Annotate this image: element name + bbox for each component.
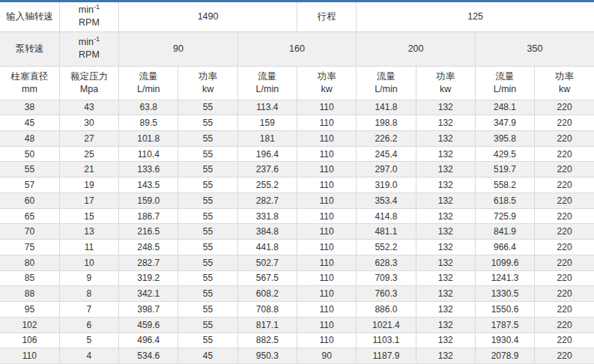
table-cell: 80 [0,255,59,270]
col-header-flow-200: 流量 L/min [357,66,416,100]
table-cell: 558.2 [475,178,534,193]
table-cell: 608.2 [237,286,297,302]
table-cell: 441.8 [237,240,297,255]
table-row: 1104534.645950.3901187.91322078.9220 [0,348,594,364]
table-row: 888342.155608.2110760.31321330.5220 [0,286,594,302]
table-cell: 1187.9 [357,348,416,364]
table-cell: 534.6 [119,348,178,364]
table-cell: 966.4 [475,240,534,255]
table-cell: 708.8 [237,302,297,318]
table-row: 453089.555159110198.8132347.9220 [0,115,594,131]
col-label: 流量 [358,70,413,83]
pump-spec-table: 输入轴转速 min-1 RPM 1490 行程 125 泵转速 min-1 RP… [0,0,594,364]
table-cell: 245.4 [357,146,416,162]
table-cell: 38 [0,100,59,115]
table-cell: 220 [535,348,594,364]
table-body: 384363.855113.4110141.8132248.1220453089… [0,100,594,364]
table-cell: 519.7 [475,162,534,178]
table-cell: 220 [535,270,594,286]
table-cell: 331.8 [237,208,297,224]
table-cell: 132 [416,162,475,178]
table-cell: 384.8 [237,224,297,240]
table-cell: 1330.5 [475,286,534,302]
col-label: 流量 [240,70,295,83]
col-unit: kw [299,83,354,96]
table-cell: 55 [178,286,237,302]
table-cell: 17 [59,192,118,208]
table-cell: 429.5 [475,146,534,162]
table-cell: 4 [59,348,118,364]
table-cell: 237.6 [237,162,297,178]
table-row: 957398.755708.8110886.01321550.6220 [0,302,594,318]
table-cell: 55 [0,162,59,178]
table-cell: 55 [178,240,237,255]
table-cell: 181 [237,130,297,146]
unit-rpm: RPM [61,16,117,29]
table-cell: 132 [416,178,475,193]
table-cell: 11 [59,240,118,255]
table-cell: 226.2 [357,130,416,146]
pump-speed-160: 160 [237,31,357,66]
table-cell: 159 [237,115,297,131]
table-row: 4827101.855181110226.2132395.8220 [0,130,594,146]
table-cell: 7 [59,302,118,318]
table-cell: 13 [59,224,118,240]
table-cell: 55 [178,302,237,318]
table-row: 7511248.555441.8110552.2132966.4220 [0,240,594,255]
table-cell: 57 [0,178,59,193]
col-unit: kw [180,83,235,96]
table-cell: 132 [416,240,475,255]
table-cell: 496.4 [119,333,178,348]
table-cell: 55 [178,333,237,348]
table-cell: 55 [178,178,237,193]
table-cell: 141.8 [357,100,416,115]
table-cell: 132 [416,286,475,302]
table-cell: 132 [416,208,475,224]
table-cell: 60 [0,192,59,208]
table-cell: 552.2 [357,240,416,255]
col-unit: Mpa [61,83,117,96]
table-cell: 196.4 [237,146,297,162]
table-row: 859319.255567.5110709.31321241.3220 [0,270,594,286]
table-cell: 88 [0,286,59,302]
col-header-power-90: 功率 kw [178,66,237,100]
unit-base: min [79,37,94,47]
table-cell: 817.1 [237,317,297,333]
table-cell: 110 [0,348,59,364]
table-cell: 21 [59,162,118,178]
col-unit: kw [536,83,593,96]
table-row: 384363.855113.4110141.8132248.1220 [0,100,594,115]
table-cell: 43 [59,100,118,115]
table-cell: 85 [0,270,59,286]
table-cell: 55 [178,162,237,178]
table-cell: 55 [178,192,237,208]
table-cell: 725.9 [475,208,534,224]
table-cell: 101.8 [119,130,178,146]
table-cell: 709.3 [357,270,416,286]
table-cell: 110.4 [119,146,178,162]
col-label: 功率 [180,70,235,83]
table-cell: 342.1 [119,286,178,302]
table-cell: 220 [535,115,594,131]
table-cell: 110 [297,317,356,333]
table-cell: 102 [0,317,59,333]
table-cell: 110 [297,192,356,208]
table-cell: 110 [297,162,356,178]
pump-spec-grid: 输入轴转速 min-1 RPM 1490 行程 125 泵转速 min-1 RP… [0,2,594,364]
table-cell: 133.6 [119,162,178,178]
table-cell: 618.5 [475,192,534,208]
table-cell: 63.8 [119,100,178,115]
table-cell: 481.1 [357,224,416,240]
table-cell: 50 [0,146,59,162]
table-cell: 110 [297,146,356,162]
table-cell: 65 [0,208,59,224]
col-label: 功率 [299,70,354,83]
col-label: 功率 [536,70,593,83]
col-header-flow-160: 流量 L/min [237,66,297,100]
table-cell: 1103.1 [357,333,416,348]
table-cell: 75 [0,240,59,255]
table-cell: 6 [59,317,118,333]
table-cell: 319.2 [119,270,178,286]
col-unit: L/min [358,83,413,96]
col-label: 流量 [121,70,176,83]
